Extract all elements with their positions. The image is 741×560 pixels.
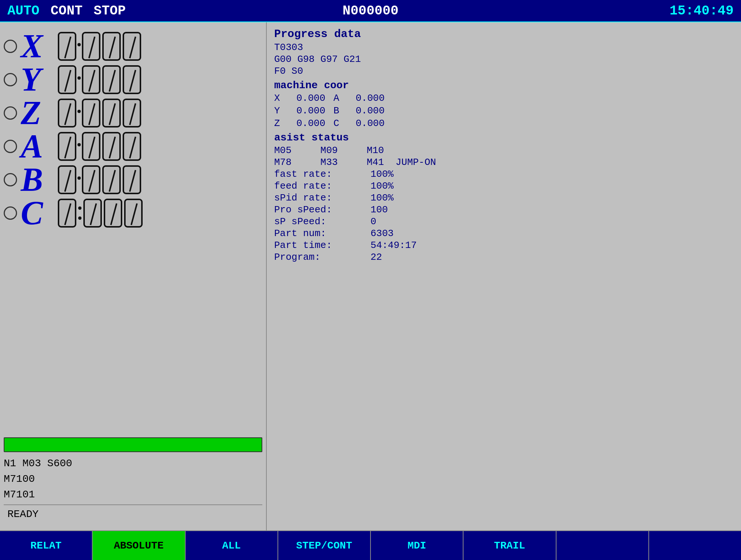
coord-a-val: 0.000 [356,93,393,104]
axis-row-b: B [4,163,262,196]
mode-stop: STOP [94,3,126,19]
progress-bar [4,437,262,452]
part-time-label: Part time: [274,240,370,251]
digit-block-y [58,65,76,94]
colon-c [77,206,82,220]
status-bar: READY [4,504,262,523]
digit-a-3 [123,132,141,161]
gcode-display: N1 M03 S600 M7100 M7101 [4,452,262,504]
digit-block-b2 [82,165,141,194]
digit-z-3 [123,99,141,127]
digit-block-b [58,165,76,194]
axis-circle-a [4,140,17,153]
dot-x [77,43,81,50]
tab-trail[interactable]: TRAIL [463,531,556,560]
left-panel: X Y [0,22,267,530]
program-line: Program: 22 [274,252,734,263]
digit-z-0 [58,99,76,127]
digit-block-z [58,99,76,127]
tab-bar: RELAT ABSOLUTE ALL STEP/CONT MDI TRAIL [0,530,741,560]
pro-speed-val: 100 [370,204,388,215]
progress-data-title: Progress data [274,28,734,40]
spid-rate-line: sPid rate: 100% [274,192,734,203]
axis-value-z [58,99,141,127]
coord-z-label: Z [274,118,296,129]
g-codes-line: G00 G98 G97 G21 [274,54,734,65]
axis-value-b [58,165,141,194]
program-val: 22 [370,252,382,263]
digit-c-3 [124,199,143,228]
digit-x-3 [123,32,141,61]
tab-relat[interactable]: RELAT [0,531,93,560]
digit-c-0 [58,199,76,228]
left-content: X Y [4,30,262,504]
asist-status-title: asist status [274,132,734,143]
pro-speed-line: Pro sPeed: 100 [274,204,734,215]
axis-label-c: C [21,196,50,230]
digit-z-2 [102,99,121,127]
digit-y-0 [58,65,76,94]
axis-label-b: B [21,163,50,196]
mode-cont: CONT [50,3,82,19]
gcode-line2: M7100 [4,471,262,487]
digit-x-0 [58,32,76,61]
digit-block-x [58,32,76,61]
coord-b-label: B [333,105,356,116]
axis-circle-x [4,40,17,53]
tab-step-cont[interactable]: STEP/CONT [278,531,371,560]
axis-value-y [58,65,141,94]
part-time-line: Part time: 54:49:17 [274,240,734,251]
coord-a-label: A [333,93,356,104]
tab-absolute[interactable]: ABSOLUTE [93,531,185,560]
digit-y-1 [82,65,100,94]
axis-label-a: A [21,130,50,163]
header-left: AUTO CONT STOP [7,3,126,19]
axes-display: X Y [4,30,262,434]
machine-coor-title: machine coor [274,80,734,91]
digit-b-2 [102,165,121,194]
digit-b-1 [82,165,100,194]
axis-row-a: A [4,130,262,163]
part-num-label: Part num: [274,228,370,239]
dot-a [77,143,81,150]
tab-empty-2[interactable] [649,531,741,560]
digit-b-3 [123,165,141,194]
digit-a-1 [82,132,100,161]
status-text: READY [7,508,39,520]
sp-speed-label: sP sPeed: [274,216,370,227]
sp-speed-val: 0 [370,216,376,227]
dot-y [77,76,81,83]
part-time-val: 54:49:17 [370,240,417,251]
digit-block-a2 [82,132,141,161]
axis-circle-y [4,73,17,86]
fast-rate-line: fast rate: 100% [274,169,734,180]
digit-a-2 [102,132,121,161]
dot-z [77,110,81,117]
coord-b-val: 0.000 [356,105,393,116]
digit-x-1 [82,32,100,61]
tab-empty-1[interactable] [556,531,649,560]
digit-a-0 [58,132,76,161]
coord-c-val: 0.000 [356,118,393,129]
axis-circle-c [4,206,17,220]
coord-y-label: Y [274,105,296,116]
digit-block-c2 [83,199,143,228]
part-num-val: 6303 [370,228,393,239]
axis-circle-b [4,173,17,186]
axis-row-x: X [4,30,262,63]
digit-block-z2 [82,99,141,127]
axis-label-y: Y [21,63,50,96]
tab-all[interactable]: ALL [186,531,278,560]
part-num-line: Part num: 6303 [274,228,734,239]
axis-row-c: C [4,196,262,230]
feed-rate-label: feed rate: [274,180,370,192]
tab-mdi[interactable]: MDI [371,531,463,560]
digit-block-x2 [82,32,141,61]
digit-z-1 [82,99,100,127]
spid-rate-val: 100% [370,192,393,203]
axis-label-x: X [21,30,50,63]
coord-y-val: 0.000 [296,105,333,116]
digit-c-2 [104,199,122,228]
digit-block-a [58,132,76,161]
clock-display: 15:40:49 [669,3,734,19]
